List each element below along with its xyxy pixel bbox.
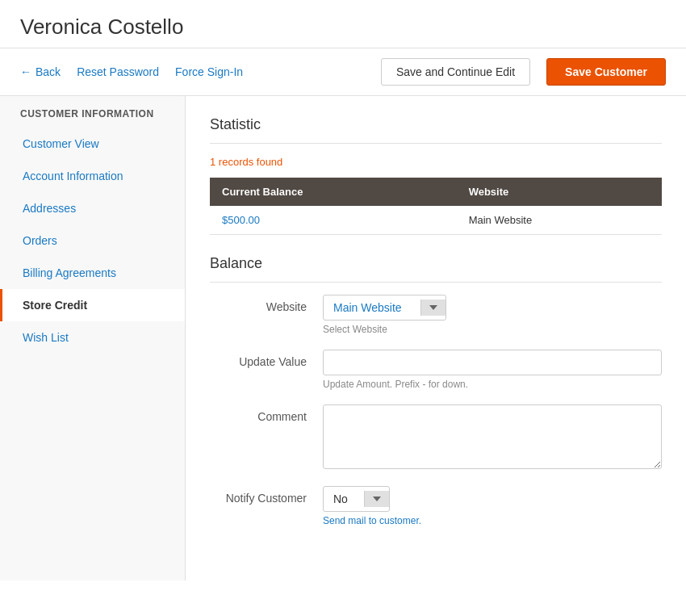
back-label: Back xyxy=(36,65,61,78)
main-layout: CUSTOMER INFORMATION Customer View Accou… xyxy=(0,96,686,580)
notify-select-value: No xyxy=(324,487,364,511)
toolbar: ← Back Reset Password Force Sign-In Save… xyxy=(0,48,686,96)
sidebar-item-store-credit[interactable]: Store Credit xyxy=(0,289,185,321)
back-button[interactable]: ← Back xyxy=(20,65,61,78)
statistic-title: Statistic xyxy=(210,116,662,133)
records-found: 1 records found xyxy=(210,156,662,168)
website-select-wrapper[interactable]: Main Website xyxy=(323,295,446,321)
table-row: $500.00 Main Website xyxy=(210,206,662,235)
chevron-down-icon xyxy=(429,305,437,310)
page-title: Veronica Costello xyxy=(20,15,666,40)
balance-title: Balance xyxy=(210,255,662,272)
sidebar-item-billing-agreements[interactable]: Billing Agreements xyxy=(0,257,185,289)
website-dropdown-button[interactable] xyxy=(420,300,445,316)
update-value-input[interactable] xyxy=(323,350,662,375)
notify-label: Notify Customer xyxy=(210,486,323,505)
notify-field-row: Notify Customer No Send mail to customer… xyxy=(210,486,662,526)
update-value-field-row: Update Value Update Amount. Prefix - for… xyxy=(210,350,662,390)
balance-link[interactable]: $500.00 xyxy=(222,214,260,226)
comment-input[interactable] xyxy=(323,404,662,469)
cell-website: Main Website xyxy=(457,206,662,235)
save-customer-button[interactable]: Save Customer xyxy=(546,58,666,86)
main-content: Statistic 1 records found Current Balanc… xyxy=(186,96,686,580)
sidebar: CUSTOMER INFORMATION Customer View Accou… xyxy=(0,96,186,580)
notify-dropdown-button[interactable] xyxy=(364,491,389,507)
force-signin-button[interactable]: Force Sign-In xyxy=(175,65,243,78)
comment-label: Comment xyxy=(210,404,323,423)
notify-select-wrapper[interactable]: No xyxy=(323,486,390,512)
update-value-field: Update Amount. Prefix - for down. xyxy=(323,350,662,390)
website-field: Main Website Select Website xyxy=(323,295,662,335)
website-label: Website xyxy=(210,295,323,313)
website-field-row: Website Main Website Select Website xyxy=(210,295,662,335)
sidebar-item-orders[interactable]: Orders xyxy=(0,224,185,257)
page-header: Veronica Costello xyxy=(0,0,686,48)
table-body: $500.00 Main Website xyxy=(210,206,662,235)
update-value-label: Update Value xyxy=(210,350,323,368)
sidebar-item-customer-view[interactable]: Customer View xyxy=(0,128,185,160)
col-website: Website xyxy=(457,178,662,206)
statistic-divider xyxy=(210,143,662,144)
reset-password-button[interactable]: Reset Password xyxy=(77,65,159,78)
table-header: Current Balance Website xyxy=(210,178,662,206)
notify-field: No Send mail to customer. xyxy=(323,486,662,526)
website-hint: Select Website xyxy=(323,324,662,335)
notify-hint: Send mail to customer. xyxy=(323,515,662,526)
sidebar-item-addresses[interactable]: Addresses xyxy=(0,192,185,224)
sidebar-item-account-information[interactable]: Account Information xyxy=(0,160,185,192)
balance-divider xyxy=(210,282,662,283)
col-current-balance: Current Balance xyxy=(210,178,457,206)
balance-table: Current Balance Website $500.00 Main Web… xyxy=(210,178,662,235)
comment-field-row: Comment xyxy=(210,404,662,471)
sidebar-section-title: CUSTOMER INFORMATION xyxy=(0,96,185,128)
website-select-value: Main Website xyxy=(324,295,420,320)
update-hint: Update Amount. Prefix - for down. xyxy=(323,379,662,390)
cell-balance: $500.00 xyxy=(210,206,457,235)
back-arrow-icon: ← xyxy=(20,65,31,78)
save-continue-button[interactable]: Save and Continue Edit xyxy=(381,58,530,86)
comment-field xyxy=(323,404,662,471)
chevron-down-icon xyxy=(373,497,381,501)
sidebar-item-wish-list[interactable]: Wish List xyxy=(0,321,185,354)
